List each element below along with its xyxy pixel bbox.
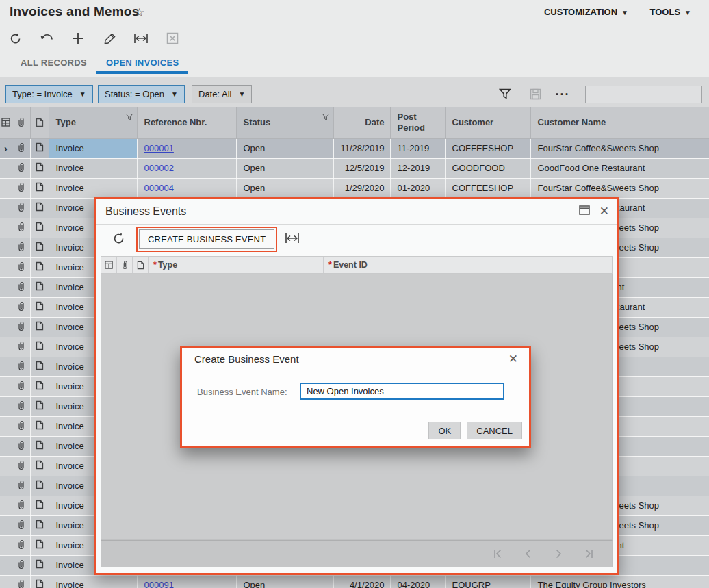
note-cell[interactable]: [30, 257, 49, 277]
note-cell[interactable]: [30, 238, 49, 257]
invoice-row[interactable]: › Invoice 000001 Open 11/28/2019 11-2019…: [0, 138, 709, 158]
note-cell[interactable]: [30, 416, 49, 436]
row-selector-cell[interactable]: [0, 357, 12, 376]
fit-width-button[interactable]: [133, 30, 149, 47]
ok-button[interactable]: OK: [428, 422, 461, 439]
note-cell[interactable]: [30, 456, 49, 476]
export-excel-button[interactable]: [164, 30, 181, 47]
note-cell[interactable]: [30, 515, 49, 535]
attachments-column-header[interactable]: [117, 257, 133, 273]
attachment-cell[interactable]: [12, 238, 30, 257]
invoice-row[interactable]: Invoice 000002 Open 12/5/2019 12-2019 GO…: [0, 158, 709, 178]
customer-name-cell[interactable]: GoodFood One Restaurant: [530, 158, 709, 178]
status-cell[interactable]: Open: [236, 138, 333, 158]
row-selector-cell[interactable]: [0, 198, 12, 218]
attachment-cell[interactable]: [12, 476, 30, 496]
type-cell[interactable]: Invoice: [49, 178, 137, 198]
maximize-icon[interactable]: [579, 205, 590, 218]
column-header-date[interactable]: Date: [333, 107, 390, 138]
close-icon[interactable]: ✕: [600, 205, 609, 218]
customer-cell[interactable]: GOODFOOD: [445, 158, 530, 178]
attachment-cell[interactable]: [12, 317, 30, 337]
status-cell[interactable]: Open: [236, 178, 333, 198]
attachment-cell[interactable]: [12, 376, 30, 396]
row-selector-cell[interactable]: [0, 555, 12, 575]
note-cell[interactable]: [30, 317, 49, 337]
note-cell[interactable]: [30, 376, 49, 396]
attachment-cell[interactable]: [12, 416, 30, 436]
grid-settings-icon[interactable]: [101, 257, 117, 273]
tab-open-invoices[interactable]: OPEN INVOICES: [106, 57, 179, 68]
attachment-cell[interactable]: [12, 178, 30, 198]
row-selector-cell[interactable]: [0, 257, 12, 277]
reference-nbr-link[interactable]: 000002: [144, 163, 174, 173]
customer-cell[interactable]: EQUGRP: [445, 575, 530, 588]
refresh-button[interactable]: [112, 232, 125, 248]
notes-column-header[interactable]: [30, 107, 49, 138]
attachment-cell[interactable]: [12, 218, 30, 238]
undo-button[interactable]: [38, 30, 55, 47]
note-cell[interactable]: [30, 357, 49, 376]
attachment-cell[interactable]: [12, 555, 30, 575]
row-selector-cell[interactable]: [0, 317, 12, 337]
row-selector-cell[interactable]: [0, 416, 12, 436]
customer-cell[interactable]: COFFEESHOP: [445, 138, 530, 158]
attachment-cell[interactable]: [12, 396, 30, 416]
attachment-cell[interactable]: [12, 535, 30, 555]
reference-nbr-link[interactable]: 000004: [144, 183, 174, 193]
favorite-star-icon[interactable]: ☆: [134, 5, 144, 20]
attachment-cell[interactable]: [12, 158, 30, 178]
search-input[interactable]: [586, 90, 709, 100]
filter-settings-button[interactable]: [498, 86, 513, 101]
add-button[interactable]: [70, 30, 86, 47]
type-cell[interactable]: Invoice: [49, 575, 137, 588]
row-selector-cell[interactable]: [0, 436, 12, 456]
attachments-column-header[interactable]: [12, 107, 30, 138]
row-selector-cell[interactable]: [0, 515, 12, 535]
row-selector-cell[interactable]: [0, 535, 12, 555]
row-selector-cell[interactable]: [0, 337, 12, 357]
customer-name-cell[interactable]: The Equity Group Investors: [530, 575, 709, 588]
customer-name-cell[interactable]: FourStar Coffee&Sweets Shop: [530, 138, 709, 158]
type-cell[interactable]: Invoice: [49, 158, 137, 178]
row-selector-cell[interactable]: [0, 575, 12, 588]
column-header-status[interactable]: Status: [236, 107, 333, 138]
last-page-icon[interactable]: [582, 547, 595, 561]
business-event-name-input[interactable]: [300, 383, 504, 400]
row-selector-cell[interactable]: ›: [0, 138, 12, 158]
status-cell[interactable]: Open: [236, 158, 333, 178]
note-cell[interactable]: [30, 535, 49, 555]
row-selector-cell[interactable]: [0, 158, 12, 178]
note-cell[interactable]: [30, 218, 49, 238]
customization-menu[interactable]: CUSTOMIZATION▼: [544, 7, 628, 17]
reference-nbr-link[interactable]: 000091: [144, 580, 174, 588]
row-selector-cell[interactable]: [0, 456, 12, 476]
first-page-icon[interactable]: [491, 547, 505, 561]
row-selector-cell[interactable]: [0, 396, 12, 416]
attachment-cell[interactable]: [12, 436, 30, 456]
attachment-cell[interactable]: [12, 515, 30, 535]
date-cell[interactable]: 1/29/2020: [333, 178, 390, 198]
row-selector-cell[interactable]: [0, 238, 12, 257]
reference-nbr-link[interactable]: 000001: [144, 143, 174, 153]
row-selector-cell[interactable]: [0, 376, 12, 396]
type-cell[interactable]: Invoice: [49, 138, 137, 158]
note-cell[interactable]: [30, 178, 49, 198]
attachment-cell[interactable]: [12, 277, 30, 297]
post-period-cell[interactable]: 11-2019: [390, 138, 445, 158]
column-header-ref[interactable]: Reference Nbr.: [137, 107, 236, 138]
attachment-cell[interactable]: [12, 337, 30, 357]
column-header-type[interactable]: Type: [49, 107, 137, 138]
edit-button[interactable]: [101, 30, 118, 47]
note-cell[interactable]: [30, 476, 49, 496]
invoice-row[interactable]: Invoice 000004 Open 1/29/2020 01-2020 CO…: [0, 178, 709, 198]
note-cell[interactable]: [30, 277, 49, 297]
note-cell[interactable]: [30, 575, 49, 588]
attachment-cell[interactable]: [12, 297, 30, 317]
post-period-cell[interactable]: 01-2020: [390, 178, 445, 198]
refresh-button[interactable]: [7, 30, 23, 47]
date-cell[interactable]: 4/1/2020: [333, 575, 390, 588]
attachment-cell[interactable]: [12, 257, 30, 277]
row-selector-cell[interactable]: [0, 476, 12, 496]
tab-all-records[interactable]: ALL RECORDS: [21, 57, 87, 68]
